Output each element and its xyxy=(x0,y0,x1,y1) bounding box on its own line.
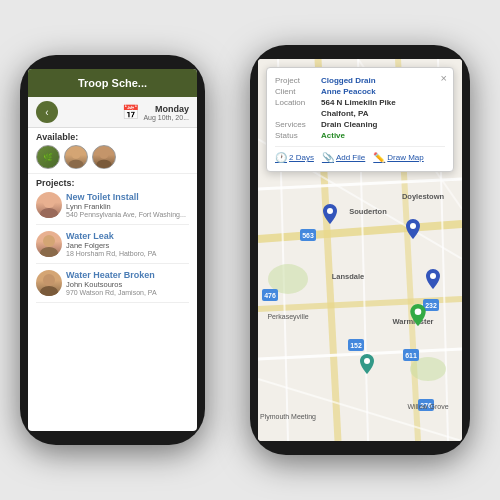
avatar-1[interactable]: 🌿 xyxy=(36,145,60,169)
action-addfile-button[interactable]: 📎 Add File xyxy=(322,152,365,163)
right-phone: 563 476 152 611 276 232 Souderton Doyles… xyxy=(250,45,470,455)
svg-text:Plymouth Meeting: Plymouth Meeting xyxy=(260,413,316,421)
left-header: Troop Sche... xyxy=(28,69,197,97)
svg-text:Lansdale: Lansdale xyxy=(332,272,365,281)
project-avatar-1 xyxy=(36,192,62,218)
project-item-3[interactable]: Water Heater Broken John Koutsouros 970 … xyxy=(36,270,189,303)
svg-text:563: 563 xyxy=(302,232,314,239)
popup-services-value: Drain Cleaning xyxy=(321,120,377,129)
map-pin-1[interactable] xyxy=(323,204,337,228)
project-item-1[interactable]: New Toilet Install Lynn Franklin 540 Pen… xyxy=(36,192,189,225)
project-info-3: Water Heater Broken John Koutsouros 970 … xyxy=(66,270,157,296)
project-item-2[interactable]: Water Leak Jane Folgers 18 Horsham Rd, H… xyxy=(36,231,189,264)
popup-status-value: Active xyxy=(321,131,345,140)
avatar-3[interactable] xyxy=(92,145,116,169)
popup-row-project: Project Clogged Drain xyxy=(275,76,445,85)
svg-point-45 xyxy=(410,223,416,229)
svg-point-44 xyxy=(327,208,333,214)
svg-point-2 xyxy=(99,150,108,159)
svg-point-6 xyxy=(43,235,55,247)
svg-point-3 xyxy=(97,160,112,169)
map-popup: × Project Clogged Drain Client Anne Peac… xyxy=(266,67,454,172)
available-avatars: 🌿 xyxy=(36,145,189,169)
popup-close-button[interactable]: × xyxy=(441,72,447,84)
popup-project-value: Clogged Drain xyxy=(321,76,376,85)
calendar-icon[interactable]: 📅 xyxy=(122,104,139,120)
draw-icon: ✏️ xyxy=(373,152,385,163)
clock-icon: 🕐 xyxy=(275,152,287,163)
svg-text:Doylestown: Doylestown xyxy=(402,192,445,201)
map-pin-3[interactable] xyxy=(426,269,440,293)
popup-row-location1: Location 564 N Limekiln Pike xyxy=(275,98,445,107)
svg-point-1 xyxy=(69,160,84,169)
popup-row-status: Status Active xyxy=(275,131,445,140)
attachment-icon: 📎 xyxy=(322,152,334,163)
projects-section: Projects: New Toilet Install Lynn Frankl… xyxy=(28,174,197,313)
svg-text:Souderton: Souderton xyxy=(349,207,387,216)
project-avatar-2 xyxy=(36,231,62,257)
popup-location-line1: 564 N Limekiln Pike xyxy=(321,98,396,107)
popup-row-client: Client Anne Peacock xyxy=(275,87,445,96)
svg-text:Willow Grove: Willow Grove xyxy=(407,403,448,410)
left-screen: Troop Sche... ‹ 📅 Monday Aug 10th, 20...… xyxy=(28,69,197,431)
back-button[interactable]: ‹ xyxy=(36,101,58,123)
svg-point-7 xyxy=(40,247,58,257)
svg-point-46 xyxy=(430,273,436,279)
svg-text:152: 152 xyxy=(350,342,362,349)
svg-text:611: 611 xyxy=(405,352,417,359)
map-pin-5[interactable] xyxy=(360,354,374,378)
right-screen: 563 476 152 611 276 232 Souderton Doyles… xyxy=(258,59,462,441)
nav-date: Monday Aug 10th, 20... xyxy=(143,104,189,121)
map-pin-2[interactable] xyxy=(406,219,420,243)
svg-point-4 xyxy=(43,196,55,208)
svg-point-9 xyxy=(40,286,58,296)
left-phone: Troop Sche... ‹ 📅 Monday Aug 10th, 20...… xyxy=(20,55,205,445)
svg-text:476: 476 xyxy=(264,292,276,299)
left-nav: ‹ 📅 Monday Aug 10th, 20... xyxy=(28,97,197,128)
popup-row-services: Services Drain Cleaning xyxy=(275,120,445,129)
svg-point-48 xyxy=(364,358,370,364)
svg-point-5 xyxy=(40,208,58,218)
svg-text:Perkaseyville: Perkaseyville xyxy=(267,313,308,321)
left-header-title: Troop Sche... xyxy=(78,77,147,89)
popup-row-location2: Chalfont, PA xyxy=(275,109,445,118)
avatar-2[interactable] xyxy=(64,145,88,169)
available-section: Available: 🌿 xyxy=(28,128,197,174)
svg-point-47 xyxy=(415,308,422,315)
project-avatar-3 xyxy=(36,270,62,296)
svg-text:232: 232 xyxy=(425,302,437,309)
svg-point-8 xyxy=(43,274,55,286)
popup-actions: 🕐 2 Days 📎 Add File ✏️ Draw Map xyxy=(275,146,445,163)
project-info-1: New Toilet Install Lynn Franklin 540 Pen… xyxy=(66,192,186,218)
project-info-2: Water Leak Jane Folgers 18 Horsham Rd, H… xyxy=(66,231,157,257)
svg-point-0 xyxy=(71,150,80,159)
popup-location-line2: Chalfont, PA xyxy=(321,109,368,118)
map-pin-active[interactable] xyxy=(410,304,426,330)
popup-client-value: Anne Peacock xyxy=(321,87,376,96)
action-drawmap-button[interactable]: ✏️ Draw Map xyxy=(373,152,423,163)
action-days-button[interactable]: 🕐 2 Days xyxy=(275,152,314,163)
